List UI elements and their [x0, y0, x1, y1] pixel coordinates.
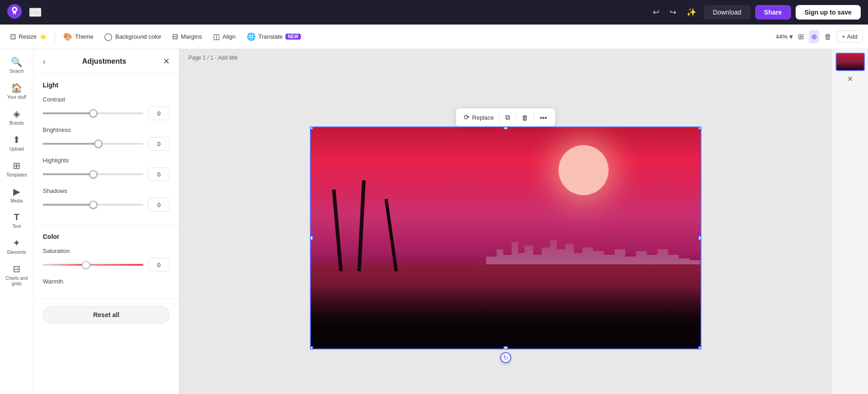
shadows-value[interactable]: 0 — [148, 198, 170, 212]
saturation-value[interactable]: 0 — [148, 258, 170, 272]
replace-button[interactable]: ⟳ Replace — [460, 111, 497, 124]
main-layout: 🔍 Search 🏠 Your stuff ◈ Brands ⬆ Upload … — [0, 49, 868, 394]
close-button[interactable]: ✕ — [163, 56, 170, 66]
shadows-label: Shadows — [43, 187, 170, 194]
add-button[interactable]: + Add — [837, 30, 863, 43]
file-menu-button[interactable]: File — [29, 8, 41, 17]
zoom-value: 44% — [776, 33, 787, 40]
handle-bottom-right[interactable] — [698, 346, 701, 349]
translate-button[interactable]: 🌐 Translate NEW — [242, 30, 305, 44]
bg-color-icon: ◯ — [104, 32, 112, 41]
sidebar-item-charts-grids[interactable]: ⊟ Charts and grids — [1, 260, 32, 290]
canva-pro-icon: ⭐ — [40, 34, 46, 40]
brightness-value[interactable]: 0 — [148, 137, 170, 151]
translate-icon: 🌐 — [247, 32, 256, 41]
brands-icon: ◈ — [13, 108, 20, 119]
secondary-toolbar: ⊡ Resize ⭐ 🎨 Theme ◯ Background color ⊟ … — [0, 25, 868, 49]
panel-title: Adjustments — [82, 57, 127, 66]
more-button[interactable]: ••• — [536, 111, 551, 124]
saturation-fill — [43, 264, 86, 266]
more-icon: ••• — [540, 114, 547, 121]
sidebar-item-elements[interactable]: ✦ Elements — [1, 234, 32, 259]
saturation-slider[interactable] — [43, 264, 143, 266]
your-stuff-icon: 🏠 — [11, 82, 22, 93]
back-button[interactable]: ‹ — [43, 57, 46, 66]
zoom-dropdown-button[interactable]: ▾ — [789, 32, 793, 41]
rotate-handle[interactable]: ↻ — [500, 352, 511, 363]
share-button[interactable]: Share — [755, 5, 791, 20]
light-section: Light Contrast 0 Brightness — [34, 74, 179, 226]
warmth-label: Warmth — [43, 278, 170, 285]
shadows-thumb[interactable] — [89, 201, 97, 209]
adjustments-active-button[interactable]: ⊕ — [809, 30, 819, 43]
handle-bottom-middle[interactable] — [503, 346, 508, 349]
left-sidebar: 🔍 Search 🏠 Your stuff ◈ Brands ⬆ Upload … — [0, 49, 34, 394]
canva-logo[interactable] — [7, 4, 22, 20]
align-button[interactable]: ◫ Align — [208, 30, 240, 44]
ctx-divider-1 — [499, 112, 500, 122]
close-thumbnail-button[interactable]: ✕ — [847, 75, 853, 83]
page-thumbnail[interactable] — [836, 53, 865, 71]
signup-button[interactable]: Sign up to save — [796, 5, 861, 20]
download-button[interactable]: Download — [704, 5, 750, 20]
resize-button[interactable]: ⊡ Resize ⭐ — [5, 30, 51, 44]
sidebar-item-upload[interactable]: ⬆ Upload — [1, 131, 32, 156]
reset-all-button[interactable]: Reset all — [43, 306, 170, 323]
contrast-slider[interactable] — [43, 112, 143, 114]
sidebar-item-media[interactable]: ▶ Media — [1, 182, 32, 207]
undo-button[interactable]: ↩ — [650, 5, 662, 20]
sidebar-item-brands[interactable]: ◈ Brands — [1, 105, 32, 130]
highlights-thumb[interactable] — [89, 170, 97, 178]
elements-icon: ✦ — [13, 237, 20, 248]
delete-button[interactable]: 🗑 — [822, 30, 834, 43]
thumbnail-image — [837, 54, 864, 70]
shadows-slider[interactable] — [43, 204, 143, 206]
sidebar-item-search[interactable]: 🔍 Search — [1, 53, 32, 78]
handle-top-middle[interactable] — [503, 126, 508, 130]
redo-button[interactable]: ↪ — [667, 5, 679, 20]
handle-top-left[interactable] — [310, 126, 313, 130]
contrast-label: Contrast — [43, 96, 170, 103]
highlights-label: Highlights — [43, 157, 170, 164]
saturation-thumb[interactable] — [82, 261, 90, 269]
saturation-row: Saturation 0 — [43, 248, 170, 272]
delete-ctx-button[interactable]: 🗑 — [518, 111, 532, 124]
brightness-thumb[interactable] — [94, 140, 102, 148]
highlights-row: Highlights 0 — [43, 157, 170, 181]
sidebar-item-your-stuff[interactable]: 🏠 Your stuff — [1, 79, 32, 104]
brightness-label: Brightness — [43, 126, 170, 133]
magic-button[interactable]: ✨ — [684, 5, 699, 20]
copy-button[interactable]: ⧉ — [502, 111, 514, 124]
topbar-right: ↩ ↪ ✨ Download Share Sign up to save — [650, 5, 861, 20]
handle-middle-left[interactable] — [310, 236, 313, 240]
handle-middle-right[interactable] — [698, 236, 701, 240]
contrast-thumb[interactable] — [89, 109, 97, 117]
replace-icon: ⟳ — [464, 113, 470, 121]
contrast-value[interactable]: 0 — [148, 106, 170, 120]
shadows-slider-row: 0 — [43, 198, 170, 212]
handle-top-right[interactable] — [698, 126, 701, 130]
svg-point-1 — [13, 8, 16, 11]
sidebar-item-templates[interactable]: ⊞ Templates — [1, 157, 32, 182]
handle-bottom-left[interactable] — [310, 346, 313, 349]
contrast-row: Contrast 0 — [43, 96, 170, 120]
highlights-value[interactable]: 0 — [148, 167, 170, 181]
sidebar-item-text[interactable]: T Text — [1, 208, 32, 233]
canvas-image[interactable] — [311, 127, 700, 349]
top-bar: File ↩ ↪ ✨ Download Share Sign up to sav… — [0, 0, 868, 25]
brightness-fill — [43, 143, 98, 145]
resize-icon: ⊡ — [10, 32, 16, 41]
theme-button[interactable]: 🎨 Theme — [59, 30, 98, 44]
brightness-slider[interactable] — [43, 143, 143, 145]
margins-button[interactable]: ⊟ Margins — [168, 30, 206, 44]
adjustments-header: ‹ Adjustments ✕ — [34, 49, 179, 74]
color-section: Color Saturation 0 Warmth — [34, 226, 179, 299]
zoom-control: 44% ▾ — [776, 32, 793, 41]
canvas-area: Page 1 / 1 - Add title ⟳ Replace ⧉ 🗑 ••• — [179, 49, 832, 394]
highlights-slider[interactable] — [43, 173, 143, 175]
right-panel: ✕ — [832, 49, 868, 394]
grid-view-button[interactable]: ⊞ — [796, 30, 806, 43]
toolbar-divider — [55, 30, 55, 43]
background-color-button[interactable]: ◯ Background color — [100, 30, 166, 44]
color-section-title: Color — [43, 233, 170, 240]
